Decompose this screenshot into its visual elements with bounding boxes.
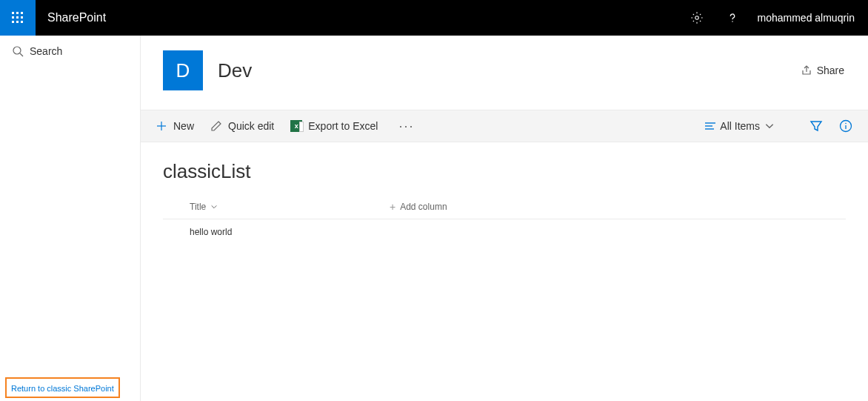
plus-icon: + [390, 201, 395, 213]
svg-line-12 [20, 53, 23, 56]
view-label: All Items [720, 120, 760, 132]
info-button[interactable] [838, 119, 853, 133]
add-column-button[interactable]: + Add column [390, 201, 447, 213]
quick-edit-button[interactable]: Quick edit [210, 120, 274, 132]
brand-label[interactable]: SharePoint [47, 11, 106, 24]
svg-rect-3 [12, 16, 14, 19]
list-icon [705, 121, 715, 131]
svg-rect-6 [12, 21, 14, 23]
waffle-icon [12, 12, 24, 24]
more-actions-button[interactable]: ··· [394, 119, 418, 134]
site-header: D Dev Share [141, 36, 868, 110]
left-nav: Search Return to classic SharePoint [0, 36, 141, 401]
chevron-down-icon [210, 203, 218, 211]
filter-icon [809, 119, 823, 133]
new-button[interactable]: New [156, 120, 194, 132]
svg-point-11 [13, 47, 21, 54]
gear-icon [690, 11, 704, 24]
export-excel-button[interactable]: x Export to Excel [290, 120, 378, 132]
svg-rect-8 [21, 21, 23, 23]
quick-edit-label: Quick edit [228, 120, 274, 132]
return-classic-link[interactable]: Return to classic SharePoint [11, 384, 114, 393]
list-title: classicList [163, 160, 846, 183]
app-launcher-button[interactable] [0, 0, 36, 36]
share-button[interactable]: Share [801, 64, 844, 76]
row-title-cell[interactable]: hello world [190, 227, 390, 237]
list-area: classicList Title + Add column hello wor… [141, 142, 868, 245]
title-column-header[interactable]: Title [190, 201, 390, 213]
new-label: New [173, 120, 194, 132]
site-logo[interactable]: D [163, 50, 203, 90]
user-menu[interactable]: mohammed almuqrin [750, 12, 869, 24]
pencil-icon [210, 120, 222, 132]
search-placeholder: Search [30, 45, 62, 57]
export-label: Export to Excel [308, 120, 378, 132]
command-bar: New Quick edit x Export to Excel ··· All… [141, 110, 868, 142]
share-label: Share [817, 64, 844, 76]
svg-rect-1 [16, 12, 19, 14]
svg-point-20 [845, 123, 847, 125]
title-column-label: Title [190, 202, 206, 212]
list-item[interactable]: hello world [163, 219, 846, 245]
svg-rect-2 [21, 12, 23, 14]
help-button[interactable] [715, 0, 750, 36]
return-classic-highlight: Return to classic SharePoint [5, 377, 120, 398]
svg-rect-7 [16, 21, 19, 23]
body: Search Return to classic SharePoint D De… [0, 36, 868, 401]
row-selector[interactable] [163, 227, 190, 237]
question-icon [726, 11, 739, 24]
add-column-label: Add column [400, 202, 447, 212]
info-icon [839, 119, 852, 133]
suite-bar: SharePoint mohammed almuqrin [0, 0, 868, 36]
svg-rect-0 [12, 12, 14, 14]
chevron-down-icon [764, 121, 775, 131]
column-header-row: Title + Add column [163, 201, 846, 219]
site-name[interactable]: Dev [218, 59, 252, 82]
settings-button[interactable] [679, 0, 715, 36]
excel-icon: x [290, 120, 302, 132]
svg-point-10 [732, 21, 732, 21]
svg-rect-5 [21, 16, 23, 19]
plus-icon [156, 120, 167, 132]
view-selector[interactable]: All Items [705, 120, 775, 132]
svg-rect-4 [16, 16, 19, 19]
search-icon [12, 45, 24, 57]
search-input[interactable]: Search [0, 36, 140, 67]
select-column [163, 201, 190, 213]
svg-point-9 [695, 16, 698, 20]
share-icon [801, 64, 812, 76]
filter-button[interactable] [809, 119, 824, 133]
main: D Dev Share New Quick edit x Export to E… [141, 36, 868, 401]
